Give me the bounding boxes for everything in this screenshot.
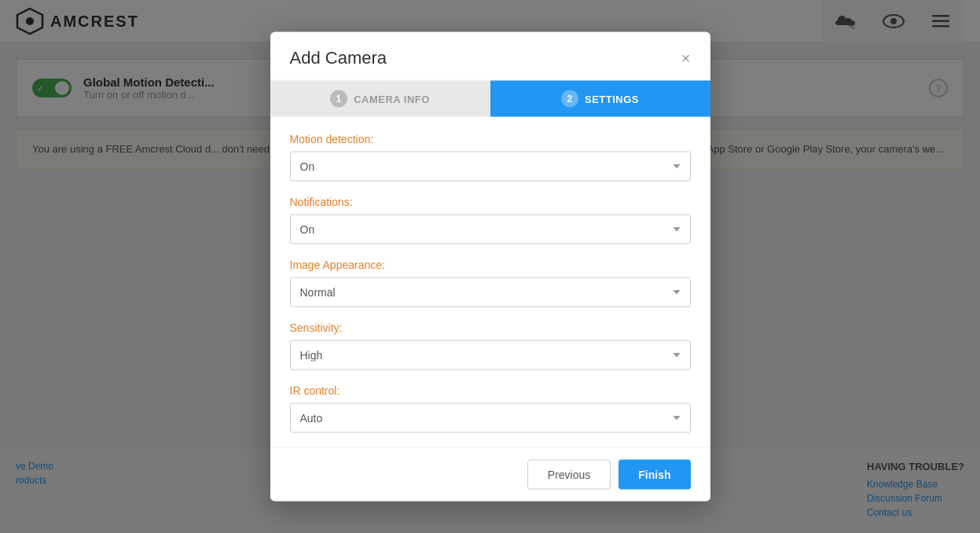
step-1-label: CAMERA INFO xyxy=(354,93,430,105)
sensitivity-select[interactable]: Low Medium High xyxy=(290,340,691,370)
motion-detection-label: Motion detection: xyxy=(290,133,691,145)
step-2-label: SETTINGS xyxy=(585,93,639,105)
form-group-motion-detection: Motion detection: On Off xyxy=(290,133,691,182)
step-1-camera-info[interactable]: 1 CAMERA INFO xyxy=(270,81,490,117)
step-2-settings[interactable]: 2 SETTINGS xyxy=(490,81,710,117)
form-group-notifications: Notifications: On Off xyxy=(290,196,691,244)
step-1-number: 1 xyxy=(330,90,347,108)
step-2-number: 2 xyxy=(561,90,578,108)
image-appearance-select[interactable]: Normal Black & White Sepia xyxy=(290,278,691,307)
finish-button[interactable]: Finish xyxy=(618,460,690,490)
sensitivity-label: Sensitivity: xyxy=(290,322,691,334)
notifications-select[interactable]: On Off xyxy=(290,215,691,244)
modal-footer: Previous Finish xyxy=(270,447,710,502)
previous-button[interactable]: Previous xyxy=(527,460,611,490)
notifications-label: Notifications: xyxy=(290,196,691,208)
modal-body: Motion detection: On Off Notifications: … xyxy=(270,117,710,447)
image-appearance-label: Image Appearance: xyxy=(290,259,691,271)
form-group-image-appearance: Image Appearance: Normal Black & White S… xyxy=(290,259,691,307)
close-button[interactable]: × xyxy=(681,50,691,66)
steps-bar: 1 CAMERA INFO 2 SETTINGS xyxy=(270,81,710,117)
form-group-sensitivity: Sensitivity: Low Medium High xyxy=(290,322,691,370)
modal-header: Add Camera × xyxy=(270,32,710,81)
modal-title: Add Camera xyxy=(290,48,387,68)
form-group-ir-control: IR control: Auto On Off xyxy=(290,384,691,433)
ir-control-label: IR control: xyxy=(290,384,691,397)
ir-control-select[interactable]: Auto On Off xyxy=(290,403,691,433)
motion-detection-select[interactable]: On Off xyxy=(290,152,691,182)
add-camera-modal: Add Camera × 1 CAMERA INFO 2 SETTINGS Mo… xyxy=(270,32,710,502)
